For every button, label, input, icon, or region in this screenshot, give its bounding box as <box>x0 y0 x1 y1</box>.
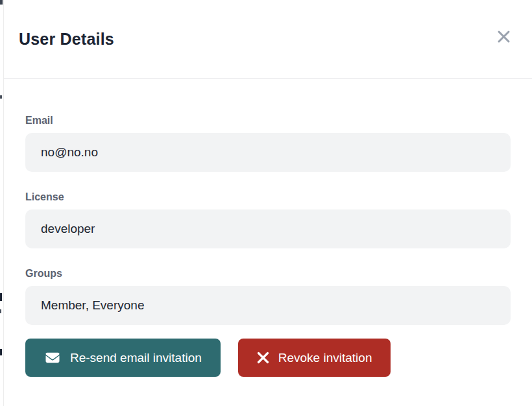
revoke-invitation-button[interactable]: Revoke invitation <box>238 339 391 377</box>
background-page-artifact <box>0 349 2 355</box>
resend-invitation-button[interactable]: Re-send email invitation <box>25 339 221 377</box>
revoke-invitation-label: Revoke invitation <box>278 351 372 365</box>
close-icon <box>496 29 511 44</box>
envelope-icon <box>44 351 61 364</box>
email-field-group: Email <box>25 114 511 172</box>
user-details-modal: User Details Email License Groups <box>3 0 532 406</box>
background-page-artifact <box>0 293 2 301</box>
modal-actions: Re-send email invitation Revoke invitati… <box>25 339 511 377</box>
modal-body: Email License Groups Re-send email invit… <box>4 79 532 377</box>
license-field-group: License <box>25 191 511 248</box>
license-field[interactable] <box>25 209 511 248</box>
email-label: Email <box>25 114 511 126</box>
x-icon <box>257 352 269 364</box>
page-title: User Details <box>19 30 114 49</box>
email-field[interactable] <box>25 133 511 172</box>
groups-label: Groups <box>25 267 511 280</box>
groups-field-group: Groups <box>25 267 511 325</box>
resend-invitation-label: Re-send email invitation <box>70 351 202 365</box>
license-label: License <box>25 191 511 203</box>
page-background: User Details Email License Groups <box>0 0 532 406</box>
background-page-artifact <box>0 309 1 313</box>
groups-field[interactable] <box>25 286 511 325</box>
background-page-artifact <box>0 95 2 99</box>
modal-header: User Details <box>4 0 532 79</box>
close-button[interactable] <box>493 27 514 47</box>
background-page-artifact <box>0 0 3 5</box>
